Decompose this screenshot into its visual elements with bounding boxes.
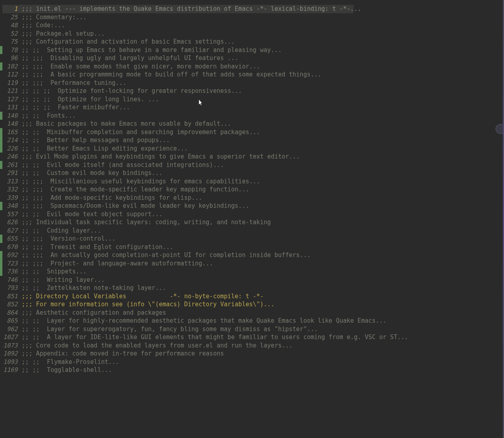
code-line[interactable]: 78;; ;; Setting up Emacs to behave in a … (0, 46, 504, 54)
code-line[interactable]: 852;;; For more information see (info \"… (0, 300, 504, 309)
code-line[interactable]: 1092;;; Appendix: code moved in-tree for… (0, 350, 504, 358)
code-line[interactable]: 339;; ;;; Add mode-specific keybindings … (0, 194, 504, 202)
code-line[interactable]: 1093;; ;; Flymake-Proselint... (0, 358, 504, 366)
line-number: 736 (2, 267, 19, 276)
code-line[interactable]: 864;;; Aesthetic configuration and packa… (0, 309, 504, 317)
line-text: ;; ;; ;; Optimize for long lines. ... (19, 95, 159, 104)
line-number: 313 (2, 177, 19, 186)
code-line[interactable]: 119;; ;;; Performance tuning... (0, 79, 504, 87)
line-number: 214 (2, 136, 19, 145)
code-line[interactable]: 793;; ;; Zettelkasten note-taking layer.… (0, 284, 504, 292)
line-number: 226 (2, 145, 19, 153)
line-text: ;; ;;; Project- and language-aware autof… (19, 259, 213, 268)
line-text: ;; ;;; Disabling ugly and largely unhelp… (19, 54, 238, 62)
line-text: ;;; Directory Local Variables -*- no-byt… (19, 292, 264, 301)
line-number: 25 (2, 13, 19, 22)
code-line[interactable]: 692;; ;;; An actually good completion-at… (0, 251, 504, 259)
code-line[interactable]: 112;; ;;; A basic programmming mode to b… (0, 70, 504, 79)
line-text: ;;; Configuration and activation of basi… (19, 38, 235, 46)
code-line[interactable]: 121;; ;; ;; Optimize font-locking for gr… (0, 87, 504, 95)
code-line[interactable]: 165;; ;; Minibuffer completion and searc… (0, 128, 504, 137)
code-line[interactable]: 1169;; ;; Togglable-shell... (0, 366, 504, 374)
code-line[interactable]: 214;; ;; Better help messages and popups… (0, 136, 504, 145)
line-text: ;; ;;; Miscillanious useful keybindings … (19, 177, 260, 186)
line-text: ;; ;; Layer for supererogatory, fun, fan… (19, 325, 318, 334)
code-line[interactable]: 261;; ;; Evil mode itself (and associate… (0, 161, 504, 169)
line-number: 1073 (2, 342, 19, 350)
code-line[interactable]: 313;; ;;; Miscillanious useful keybindin… (0, 177, 504, 186)
code-line[interactable]: 723;; ;;; Project- and language-aware au… (0, 259, 504, 268)
line-text: ;;; Individual task specific layers: cod… (19, 218, 271, 227)
line-number: 339 (2, 194, 19, 202)
line-number: 1169 (2, 366, 19, 374)
line-number: 131 (2, 103, 19, 112)
line-text: ;; ;;; Create the mode-specific leader k… (19, 185, 249, 194)
line-number: 332 (2, 185, 19, 194)
code-line[interactable]: 962;; ;; Layer for supererogatory, fun, … (0, 325, 504, 334)
line-text: ;;; init.el --- implements the Quake Ema… (19, 5, 361, 13)
line-number: 127 (2, 95, 19, 104)
line-number: 78 (2, 46, 19, 54)
line-number: 793 (2, 284, 19, 292)
code-line[interactable]: 140;; ;; Fonts... (0, 112, 504, 120)
code-line[interactable]: 246;;; Evil Mode plugins and keybindings… (0, 153, 504, 161)
code-line[interactable]: 148;;; Basic packages to make Emacs more… (0, 120, 504, 128)
line-text: ;; ;; Flymake-Proselint... (19, 358, 119, 366)
code-line[interactable]: 746;; ;; Writing layer... (0, 276, 504, 284)
line-text: ;;; Package.el setup... (19, 30, 105, 38)
code-line[interactable]: 25;;; Commentary:... (0, 13, 504, 22)
line-text: ;; ;; Evil mode text object support... (19, 210, 162, 219)
line-text: ;; ;;; Add mode-specific keybindings for… (19, 194, 202, 202)
code-line[interactable]: 1027;; ;; A layer for IDE-lite-like GUI … (0, 333, 504, 342)
code-line[interactable]: 670;; ;;; Treesit and Eglot configuratio… (0, 243, 504, 251)
line-number: 112 (2, 70, 19, 79)
line-text: ;;; Aesthetic configuration and packages (19, 309, 166, 317)
code-line[interactable]: 627;; ;; Coding layer... (0, 227, 504, 235)
line-number: 557 (2, 210, 19, 219)
line-number: 1 (2, 5, 19, 13)
line-text: ;; ;; Fonts... (19, 112, 76, 120)
code-line[interactable]: 557;; ;; Evil mode text object support..… (0, 210, 504, 219)
code-line[interactable]: 626;;; Individual task specific layers: … (0, 218, 504, 227)
line-text: ;; ;; Togglable-shell... (19, 366, 112, 374)
line-number: 140 (2, 112, 19, 120)
code-line[interactable]: 332;; ;;; Create the mode-specific leade… (0, 185, 504, 194)
scrollbar-handle[interactable] (496, 124, 503, 134)
line-text: ;; ;;; Performance tuning... (19, 79, 126, 87)
line-text: ;; ;;; An actually good completion-at-po… (19, 251, 310, 259)
code-line[interactable]: 48;;; Code:... (0, 21, 504, 30)
line-number: 692 (2, 251, 19, 259)
code-line[interactable]: 52;;; Package.el setup... (0, 30, 504, 38)
code-line[interactable]: 655;; ;;; Version-control... (0, 235, 504, 243)
line-number: 165 (2, 128, 19, 137)
code-line[interactable]: 851;;; Directory Local Variables -*- no-… (0, 292, 504, 301)
line-text: ;;; Core code to load the enabled layers… (19, 342, 292, 350)
line-text: ;; ;; Coding layer... (19, 227, 101, 235)
line-text: ;; ;; Better help messages and popups... (19, 136, 170, 145)
code-line[interactable]: 226;; ;; Better Emacs Lisp editing exper… (0, 145, 504, 153)
code-editor[interactable]: 1;;; init.el --- implements the Quake Em… (0, 0, 504, 374)
line-number: 261 (2, 161, 19, 169)
code-line[interactable]: 131;; ;; ;; Faster minibuffer... (0, 103, 504, 112)
line-number: 1027 (2, 333, 19, 342)
line-number: 852 (2, 300, 19, 309)
line-text: ;; ;; Zettelkasten note-taking layer... (19, 284, 166, 292)
code-line[interactable]: 348;; ;;; Spacemacs/Doom-like evil mode … (0, 202, 504, 210)
code-line[interactable]: 865;; ;; Layer for highly-recommended ae… (0, 317, 504, 325)
code-line[interactable]: 1073;;; Core code to load the enabled la… (0, 342, 504, 350)
line-text: ;; ;;; A basic programmming mode to buil… (19, 70, 322, 79)
line-number: 148 (2, 120, 19, 128)
line-number: 291 (2, 169, 19, 177)
code-line[interactable]: 736;; ;; Snippets... (0, 267, 504, 276)
line-number: 962 (2, 325, 19, 334)
line-text: ;; ;; Minibuffer completion and searchin… (19, 128, 260, 137)
code-line[interactable]: 1;;; init.el --- implements the Quake Em… (0, 5, 504, 13)
code-line[interactable]: 75;;; Configuration and activation of ba… (0, 38, 504, 46)
code-line[interactable]: 102;; ;;; Enable some modes that give ni… (0, 62, 504, 71)
line-number: 96 (2, 54, 19, 62)
line-number: 1093 (2, 358, 19, 366)
code-line[interactable]: 127;; ;; ;; Optimize for long lines. ... (0, 95, 504, 104)
line-text: ;; ;;; Treesit and Eglot configuration..… (19, 243, 173, 251)
code-line[interactable]: 96;; ;;; Disabling ugly and largely unhe… (0, 54, 504, 62)
code-line[interactable]: 291;; ;; Custom evil mode key bindings..… (0, 169, 504, 177)
